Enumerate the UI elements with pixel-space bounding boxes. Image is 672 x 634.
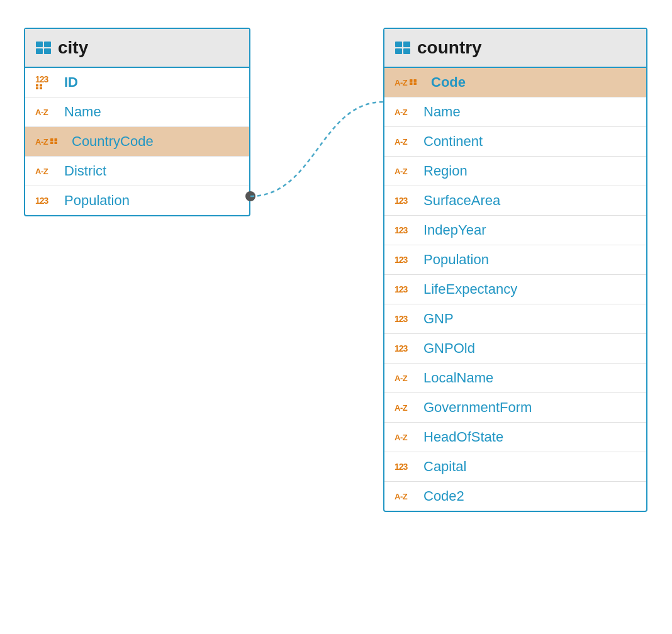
country-gnpold-name: GNPOld (423, 340, 475, 357)
country-field-region[interactable]: A-Z Region (384, 157, 646, 186)
country-gnp-type: 123 (395, 314, 417, 324)
country-table[interactable]: country A-Z Code A-Z Name A-Z Continent … (383, 28, 647, 512)
country-population-name: Population (423, 252, 489, 268)
city-field-id[interactable]: 123 ID (25, 68, 249, 97)
svg-rect-0 (36, 42, 43, 47)
city-field-population[interactable]: 123 Population (25, 186, 249, 215)
country-name-type: A-Z (395, 108, 417, 117)
country-headofstate-name: HeadOfState (423, 429, 503, 445)
country-localname-name: LocalName (423, 370, 493, 386)
city-name-name: Name (64, 104, 101, 120)
country-gnpold-type: 123 (395, 343, 417, 353)
country-field-localname[interactable]: A-Z LocalName (384, 364, 646, 393)
country-code2-type: A-Z (395, 492, 417, 501)
country-name-name: Name (423, 104, 461, 120)
city-countrycode-name: CountryCode (72, 133, 154, 150)
svg-rect-9 (55, 138, 58, 141)
country-indepyear-type: 123 (395, 225, 417, 235)
svg-rect-17 (414, 79, 417, 82)
country-table-icon (395, 41, 411, 55)
country-table-header: country (384, 29, 646, 68)
connector-path (250, 102, 383, 196)
svg-rect-1 (44, 42, 51, 47)
country-field-surfacearea[interactable]: 123 SurfaceArea (384, 186, 646, 216)
city-id-name: ID (64, 74, 78, 91)
country-localname-type: A-Z (395, 374, 417, 383)
country-governmentform-type: A-Z (395, 403, 417, 413)
diagram-container: city 123 ID A-Z Name A-Z (0, 0, 672, 634)
city-population-type: 123 (35, 196, 58, 206)
country-surfacearea-name: SurfaceArea (423, 192, 500, 209)
country-field-headofstate[interactable]: A-Z HeadOfState (384, 423, 646, 452)
country-field-population[interactable]: 123 Population (384, 245, 646, 275)
svg-rect-12 (395, 42, 402, 47)
country-continent-name: Continent (423, 133, 483, 150)
country-code-type-wrapper: A-Z (395, 78, 425, 87)
city-id-type: 123 (35, 75, 58, 89)
country-region-type: A-Z (395, 167, 417, 176)
country-capital-name: Capital (423, 459, 466, 475)
country-region-name: Region (423, 163, 468, 179)
country-field-governmentform[interactable]: A-Z GovernmentForm (384, 393, 646, 423)
country-continent-type: A-Z (395, 137, 417, 147)
city-name-type: A-Z (35, 108, 58, 117)
city-table[interactable]: city 123 ID A-Z Name A-Z (24, 28, 250, 216)
city-table-title: city (58, 38, 88, 58)
country-lifeexpectancy-type: 123 (395, 284, 417, 294)
svg-rect-15 (403, 48, 410, 54)
country-lifeexpectancy-name: LifeExpectancy (423, 281, 517, 298)
country-gnp-name: GNP (423, 311, 454, 327)
svg-rect-14 (395, 48, 402, 54)
country-governmentform-name: GovernmentForm (423, 399, 532, 416)
country-surfacearea-type: 123 (395, 196, 417, 206)
country-field-continent[interactable]: A-Z Continent (384, 127, 646, 157)
country-headofstate-type: A-Z (395, 433, 417, 442)
svg-rect-3 (44, 48, 51, 54)
svg-rect-19 (414, 82, 417, 85)
svg-rect-8 (50, 138, 53, 141)
city-table-icon (35, 41, 52, 55)
svg-rect-13 (403, 42, 410, 47)
city-field-countrycode[interactable]: A-Z CountryCode (25, 127, 249, 157)
country-field-name[interactable]: A-Z Name (384, 97, 646, 127)
city-district-type: A-Z (35, 167, 58, 176)
city-field-name[interactable]: A-Z Name (25, 97, 249, 127)
country-field-gnp[interactable]: 123 GNP (384, 304, 646, 334)
city-district-name: District (64, 163, 106, 179)
svg-rect-4 (36, 84, 38, 87)
svg-rect-11 (55, 142, 58, 144)
svg-rect-16 (410, 79, 413, 82)
country-field-code[interactable]: A-Z Code (384, 68, 646, 97)
country-capital-type: 123 (395, 462, 417, 472)
country-field-indepyear[interactable]: 123 IndepYear (384, 216, 646, 245)
svg-rect-18 (410, 82, 413, 85)
svg-rect-6 (36, 87, 38, 89)
country-code-name: Code (431, 74, 466, 91)
city-field-district[interactable]: A-Z District (25, 157, 249, 186)
svg-rect-7 (40, 87, 42, 89)
city-table-header: city (25, 29, 249, 68)
country-field-gnpold[interactable]: 123 GNPOld (384, 334, 646, 364)
country-field-code2[interactable]: A-Z Code2 (384, 482, 646, 511)
city-population-name: Population (64, 192, 130, 209)
country-population-type: 123 (395, 255, 417, 265)
country-table-title: country (417, 38, 482, 58)
svg-rect-10 (50, 142, 53, 144)
svg-rect-2 (36, 48, 43, 54)
country-field-lifeexpectancy[interactable]: 123 LifeExpectancy (384, 275, 646, 304)
country-indepyear-name: IndepYear (423, 222, 486, 238)
svg-rect-5 (40, 84, 42, 87)
country-code2-name: Code2 (423, 488, 464, 504)
country-field-capital[interactable]: 123 Capital (384, 452, 646, 482)
city-countrycode-type-wrapper: A-Z (35, 137, 65, 147)
